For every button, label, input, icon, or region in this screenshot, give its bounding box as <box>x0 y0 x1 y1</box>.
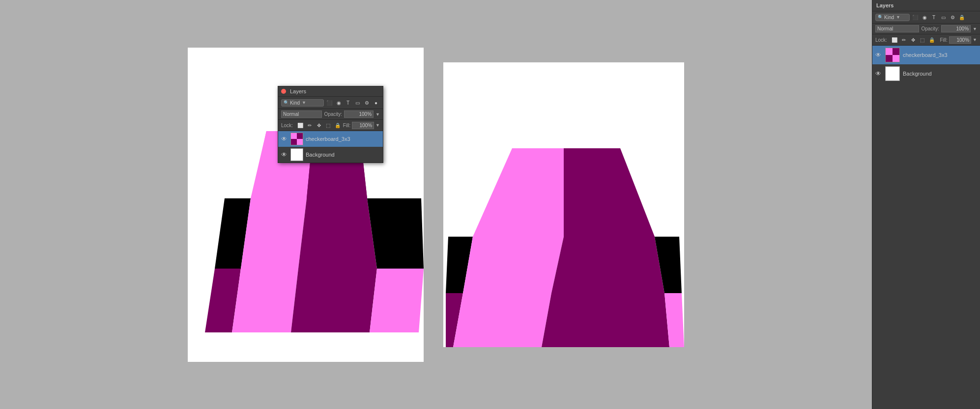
right-lock-all-icon[interactable]: 🔒 <box>928 36 936 44</box>
svg-marker-23 <box>551 237 664 293</box>
svg-marker-12 <box>370 269 424 332</box>
right-blend-mode-select[interactable]: Normal <box>875 25 919 32</box>
close-button[interactable] <box>281 89 286 94</box>
svg-rect-16 <box>291 139 297 145</box>
right-kind-search[interactable]: 🔍 Kind ▼ <box>875 14 910 21</box>
right-search-icon: 🔍 <box>878 15 883 20</box>
right-text-icon[interactable]: T <box>930 13 938 21</box>
kind-label: Kind <box>290 100 300 106</box>
svg-marker-26 <box>453 293 551 347</box>
panel-float-title: Layers <box>290 88 306 94</box>
fill-label-float: Fill: <box>343 123 351 128</box>
panel-titlebar: Layers <box>278 86 383 97</box>
kind-search-float[interactable]: 🔍 Kind ▼ <box>281 99 324 107</box>
fill-arrow-icon: ▼ <box>375 123 380 128</box>
svg-rect-15 <box>297 133 303 139</box>
right-shape-icon[interactable]: ▭ <box>939 13 947 21</box>
opacity-arrow-icon: ▼ <box>375 112 380 117</box>
right-panel: Layers 🔍 Kind ▼ ⬛ ◉ T ▭ ⚙ 🔒 Normal Opaci… <box>872 0 980 409</box>
svg-marker-7 <box>298 198 377 269</box>
svg-marker-10 <box>232 269 298 332</box>
right-opacity-label: Opacity: <box>921 26 939 31</box>
blend-mode-select-float[interactable]: Normal <box>281 110 322 118</box>
opacity-value-float[interactable]: 100% <box>344 110 374 118</box>
right-adjust-icon[interactable]: ◉ <box>921 13 928 21</box>
svg-rect-29 <box>886 48 893 55</box>
right-smart-icon[interactable]: ⚙ <box>949 13 956 21</box>
canvas-area: Layers 🔍 Kind ▼ ⬛ ◉ T ▭ ⚙ ● Normal Opaci… <box>0 0 872 409</box>
layer-item-checkerboard[interactable]: 👁 checkerboard_3x3 <box>278 131 383 147</box>
right-lock-paint-icon[interactable]: ✏ <box>900 36 908 44</box>
right-layer-item-background[interactable]: 👁 Background <box>872 64 980 83</box>
lock-transparent-icon[interactable]: ⬜ <box>296 121 304 129</box>
eye-icon-background[interactable]: 👁 <box>281 151 288 158</box>
right-panel-title: Layers <box>872 0 980 11</box>
right-lock-label: Lock: <box>875 37 887 43</box>
svg-marker-11 <box>291 269 377 332</box>
panel-float-lock-row: Lock: ⬜ ✏ ✥ ⬚ 🔒 Fill: 100% ▼ <box>278 120 383 131</box>
svg-rect-32 <box>893 55 899 62</box>
right-eye-icon-checkerboard[interactable]: 👁 <box>875 52 882 58</box>
lock-artboard-icon[interactable]: ⬚ <box>324 121 332 129</box>
svg-marker-22 <box>463 237 564 293</box>
svg-marker-8 <box>367 198 424 269</box>
right-fill-label: Fill: <box>940 37 948 43</box>
lock-move-icon[interactable]: ✥ <box>315 121 323 129</box>
right-panel-toolbar: 🔍 Kind ▼ ⬛ ◉ T ▭ ⚙ 🔒 <box>872 11 980 24</box>
right-layer-name-background: Background <box>903 71 932 77</box>
fill-value-float[interactable]: 100% <box>352 122 374 129</box>
svg-rect-17 <box>297 139 303 145</box>
panel-float-toolbar: 🔍 Kind ▼ ⬛ ◉ T ▭ ⚙ ● <box>278 97 383 109</box>
right-lock-artboard-icon[interactable]: ⬚ <box>919 36 926 44</box>
text-icon[interactable]: T <box>344 99 352 107</box>
smart-icon[interactable]: ⚙ <box>363 99 371 107</box>
right-opacity-value[interactable]: 100% <box>941 25 971 32</box>
svg-marker-27 <box>542 293 669 347</box>
effect-icon[interactable]: ● <box>372 99 380 107</box>
right-lock-move-icon[interactable]: ✥ <box>909 36 917 44</box>
right-fill-value[interactable]: 100% <box>949 36 971 44</box>
right-eye-icon-background[interactable]: 👁 <box>875 70 882 77</box>
right-opacity-arrow-icon: ▼ <box>973 27 977 31</box>
svg-rect-14 <box>291 133 297 139</box>
eye-icon-checkerboard[interactable]: 👁 <box>281 136 288 142</box>
right-dropdown-arrow-icon: ▼ <box>896 15 900 20</box>
right-pixel-icon[interactable]: ⬛ <box>911 13 919 21</box>
dropdown-arrow-icon: ▼ <box>302 100 306 105</box>
right-kind-label: Kind <box>884 15 894 20</box>
canvas-document-right <box>443 62 684 347</box>
layer-item-background[interactable]: 👁 Background <box>278 147 383 163</box>
shape-icon[interactable]: ▭ <box>353 99 361 107</box>
lock-paint-icon[interactable]: ✏ <box>306 121 314 129</box>
panel-float-blend-row: Normal Opacity: 100% ▼ <box>278 109 383 120</box>
right-panel-blend-row: Normal Opacity: 100% ▼ <box>872 24 980 34</box>
right-lock-transparent-icon[interactable]: ⬜ <box>891 36 898 44</box>
right-fill-arrow-icon: ▼ <box>973 37 977 42</box>
lock-all-icon[interactable]: 🔒 <box>334 121 342 129</box>
right-layer-thumb-checkerboard <box>885 48 900 62</box>
right-layer-thumb-background <box>885 66 900 81</box>
svg-rect-30 <box>893 48 899 55</box>
layer-name-background: Background <box>306 152 335 158</box>
layer-name-checkerboard: checkerboard_3x3 <box>306 136 350 142</box>
svg-rect-31 <box>886 55 893 62</box>
lock-label-float: Lock: <box>281 123 293 128</box>
right-effect-icon[interactable]: 🔒 <box>958 13 966 21</box>
layer-thumb-background <box>290 148 303 161</box>
right-panel-lock-row: Lock: ⬜ ✏ ✥ ⬚ 🔒 Fill: 100% ▼ <box>872 34 980 46</box>
right-layer-name-checkerboard: checkerboard_3x3 <box>903 52 948 58</box>
search-icon: 🔍 <box>284 100 289 105</box>
layers-panel-float: Layers 🔍 Kind ▼ ⬛ ◉ T ▭ ⚙ ● Normal Opaci… <box>278 86 383 163</box>
svg-marker-6 <box>241 198 307 269</box>
layer-thumb-checkerboard <box>290 133 303 145</box>
opacity-label-float: Opacity: <box>324 111 342 117</box>
pixel-icon[interactable]: ⬛ <box>325 99 333 107</box>
adjust-icon[interactable]: ◉ <box>335 99 343 107</box>
right-layer-item-checkerboard[interactable]: 👁 checkerboard_3x3 <box>872 46 980 64</box>
